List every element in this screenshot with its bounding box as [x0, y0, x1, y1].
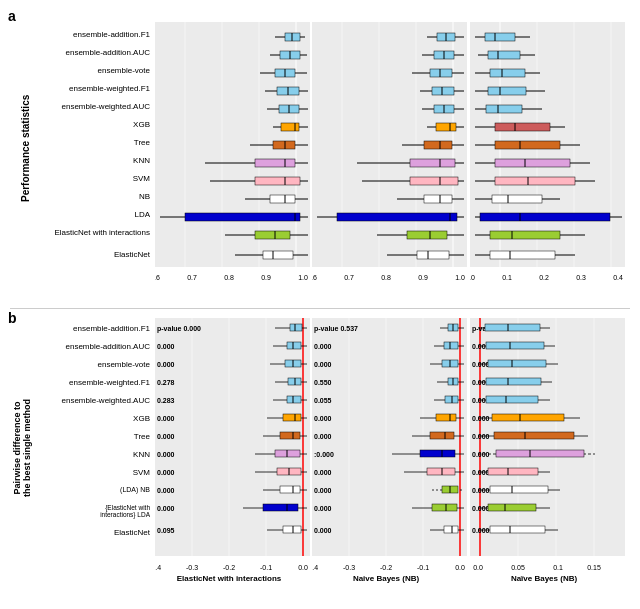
svg-rect-257 [427, 468, 455, 475]
svg-rect-294 [486, 342, 544, 349]
panel-b-row-labels: ensemble-addition.F1 ensemble-addition.A… [10, 318, 150, 568]
svg-text:0.000: 0.000 [472, 415, 490, 422]
row-label-a7: Tree [134, 138, 150, 147]
svg-rect-48 [263, 251, 293, 259]
svg-rect-263 [432, 504, 457, 511]
svg-text:0.000: 0.000 [472, 433, 490, 440]
svg-rect-306 [492, 414, 564, 421]
svg-text:0.3: 0.3 [576, 274, 586, 281]
svg-text:0.000: 0.000 [314, 469, 332, 476]
svg-rect-254 [420, 450, 455, 457]
svg-text:0.000: 0.000 [472, 527, 490, 534]
svg-rect-266 [444, 526, 458, 533]
svg-rect-136 [495, 177, 575, 185]
svg-rect-204 [263, 504, 298, 511]
svg-rect-115 [488, 51, 520, 59]
row-label-a1: ensemble-addition.F1 [73, 30, 150, 39]
panel-b: Pairwise difference tothe best single me… [10, 318, 630, 603]
svg-rect-236 [444, 342, 458, 349]
svg-text:-0.4: -0.4 [312, 564, 318, 571]
svg-text:Naive Bayes (NB): Naive Bayes (NB) [353, 574, 420, 583]
svg-text:0.1: 0.1 [553, 564, 563, 571]
b-elasticnet-chart: -0.4 -0.3 -0.2 -0.1 0.0 ElasticNet with … [155, 318, 310, 583]
svg-rect-36 [255, 177, 300, 185]
svg-rect-321 [488, 504, 536, 511]
svg-text:0.0: 0.0 [473, 564, 483, 571]
svg-rect-148 [490, 251, 555, 259]
svg-text:0.000: 0.000 [157, 505, 175, 512]
svg-rect-33 [255, 159, 295, 167]
row-label-a8: KNN [133, 156, 150, 165]
svg-text:0.000: 0.000 [472, 505, 490, 512]
svg-rect-42 [185, 213, 300, 221]
svg-text:ElasticNet with interactions: ElasticNet with interactions [177, 574, 282, 583]
svg-text:0.000: 0.000 [314, 487, 332, 494]
svg-text:-0.4: -0.4 [155, 564, 161, 571]
svg-rect-30 [273, 141, 295, 149]
main-container: a b Performance statistics ensemble-addi… [0, 0, 640, 609]
svg-text:0.000: 0.000 [157, 469, 175, 476]
svg-text:0.0: 0.0 [455, 564, 465, 571]
svg-rect-318 [490, 486, 548, 493]
svg-text:0.7: 0.7 [187, 274, 197, 281]
row-label-a13: ElasticNet [114, 250, 150, 259]
svg-rect-186 [287, 396, 301, 403]
row-label-a5: ensemble-weighted.AUC [62, 102, 151, 111]
svg-text:-0.1: -0.1 [260, 564, 272, 571]
row-b-label-8: KNN [133, 450, 150, 459]
panel-a-row-labels: ensemble-addition.F1 ensemble-addition.A… [10, 22, 150, 282]
svg-rect-118 [490, 69, 525, 77]
svg-rect-145 [490, 231, 560, 239]
svg-text:0.000: 0.000 [472, 469, 490, 476]
row-b-label-1: ensemble-addition.F1 [73, 324, 150, 333]
svg-text:0.000: 0.000 [157, 361, 175, 368]
svg-text:0.283: 0.283 [157, 397, 175, 404]
svg-text:0.000: 0.000 [472, 451, 490, 458]
svg-rect-207 [283, 526, 301, 533]
row-b-label-11: {ElasticNet withinteractions} LDA [100, 504, 150, 518]
svg-text:0.095: 0.095 [157, 527, 175, 534]
svg-text:0.000: 0.000 [314, 415, 332, 422]
auc-chart: AUC 0.6 0.7 0.8 0.9 1.0 [155, 22, 310, 282]
svg-rect-127 [495, 123, 550, 131]
svg-rect-315 [488, 468, 538, 475]
svg-text:-0.1: -0.1 [417, 564, 429, 571]
svg-text:0.8: 0.8 [224, 274, 234, 281]
svg-text:0.15: 0.15 [587, 564, 601, 571]
row-b-label-9: SVM [133, 468, 150, 477]
row-label-a6: XGB [133, 120, 150, 129]
svg-rect-324 [490, 526, 545, 533]
svg-rect-133 [495, 159, 570, 167]
svg-text:0.000: 0.000 [472, 361, 490, 368]
b-nb-chart2: 0.0 0.05 0.1 0.15 Naïve Bayes (NB) p-val… [470, 318, 625, 583]
svg-rect-130 [495, 141, 560, 149]
svg-rect-291 [485, 324, 540, 331]
svg-text:1.0: 1.0 [298, 274, 308, 281]
row-label-a10: NB [139, 192, 150, 201]
svg-rect-251 [430, 432, 454, 439]
svg-rect-303 [486, 396, 538, 403]
svg-rect-95 [407, 231, 447, 239]
fpr-chart: FPR 0.0 0.1 0.2 0.3 0.4 [470, 22, 625, 282]
svg-text:0.055: 0.055 [314, 397, 332, 404]
svg-text:0.6: 0.6 [312, 274, 317, 281]
svg-text:0.0: 0.0 [298, 564, 308, 571]
svg-rect-189 [283, 414, 301, 421]
svg-rect-86 [410, 177, 458, 185]
svg-rect-312 [496, 450, 584, 457]
svg-rect-309 [494, 432, 574, 439]
svg-text:0.0: 0.0 [470, 274, 475, 281]
svg-text:-0.2: -0.2 [380, 564, 392, 571]
row-label-a9: SVM [133, 174, 150, 183]
panel-a: Performance statistics ensemble-addition… [10, 22, 630, 300]
row-label-a4: ensemble-weighted.F1 [69, 84, 150, 93]
svg-text::0.000: :0.000 [314, 451, 334, 458]
svg-text:0.000: 0.000 [314, 433, 332, 440]
svg-text:0.000: 0.000 [157, 451, 175, 458]
svg-text:p-value 0.537: p-value 0.537 [314, 325, 358, 333]
svg-text:-0.2: -0.2 [223, 564, 235, 571]
row-b-label-4: ensemble-weighted.F1 [69, 378, 150, 387]
svg-text:p-value 0.000: p-value 0.000 [157, 325, 201, 333]
svg-text:0.000: 0.000 [157, 487, 175, 494]
row-label-a12: ElasticNet with interactions [54, 228, 150, 237]
